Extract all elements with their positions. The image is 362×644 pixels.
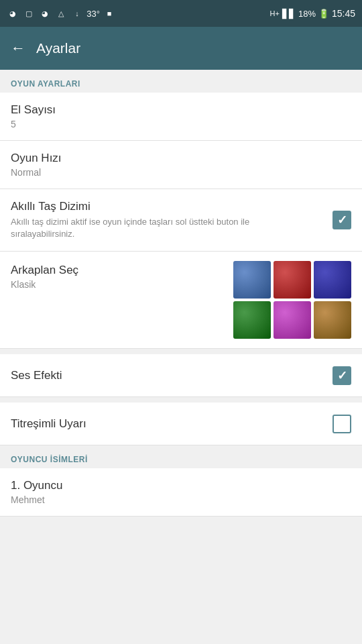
divider-2 (0, 397, 362, 402)
background-select-label: Arkaplan Seç (11, 264, 233, 277)
battery-icon: 🔋 (318, 9, 329, 19)
network-icon: H+ (270, 9, 280, 17)
game-settings-header: OYUN AYARLARI (0, 70, 362, 93)
color-swatch-darkblue[interactable] (314, 261, 351, 299)
vibration-alert-row[interactable]: Titreşimli Uyarı (0, 402, 362, 445)
player1-label: 1. Oyuncu (11, 479, 351, 492)
game-speed-label: Oyun Hızı (11, 152, 351, 165)
smart-stone-checkbox[interactable] (333, 211, 351, 229)
color-swatch-brown[interactable] (314, 301, 351, 339)
sound-effects-row[interactable]: Ses Efekti (0, 354, 362, 397)
game-speed-left: Oyun Hızı Normal (11, 152, 351, 178)
hand-count-row[interactable]: El Sayısı 5 (0, 93, 362, 141)
signal-icon: ◕ (39, 7, 51, 19)
color-swatch-red[interactable] (274, 261, 311, 299)
status-bar-icons: ◕ ▢ ◕ △ ↓ 33° ■ (7, 7, 115, 19)
battery-percent: 18% (298, 9, 316, 19)
app-bar: ← Ayarlar (0, 27, 362, 70)
clock: 15:45 (332, 8, 355, 19)
hand-count-value: 5 (11, 119, 351, 129)
status-bar: ◕ ▢ ◕ △ ↓ 33° ■ H+ ▋▋ 18% 🔋 15:45 (0, 0, 362, 27)
smart-stone-row[interactable]: Akıllı Taş Dizimi Akıllı taş dizimi akti… (0, 189, 362, 252)
back-button[interactable]: ← (11, 40, 25, 57)
smart-stone-description: Akıllı taş dizimi aktif ise oyun içinde … (11, 216, 272, 240)
game-speed-value: Normal (11, 167, 351, 178)
divider-1 (0, 349, 362, 354)
app-bar-title: Ayarlar (36, 40, 80, 56)
download-icon: ↓ (71, 7, 83, 19)
game-speed-row[interactable]: Oyun Hızı Normal (0, 141, 362, 189)
smart-stone-label: Akıllı Taş Dizimi (11, 200, 333, 213)
smart-stone-left: Akıllı Taş Dizimi Akıllı taş dizimi akti… (11, 200, 333, 240)
hand-count-label: El Sayısı (11, 103, 351, 117)
player1-row[interactable]: 1. Oyuncu Mehmet (0, 468, 362, 517)
sound-effects-checkbox[interactable] (333, 366, 351, 385)
color-swatch-green[interactable] (233, 301, 271, 339)
background-select-left: Arkaplan Seç Klasik (11, 261, 233, 290)
background-select-value: Klasik (11, 279, 233, 290)
color-grid (233, 261, 351, 339)
calendar-icon: ■ (103, 7, 115, 19)
settings-content: OYUN AYARLARI El Sayısı 5 Oyun Hızı Norm… (0, 70, 362, 644)
color-swatch-blue[interactable] (233, 261, 271, 299)
warning-icon: △ (55, 7, 67, 19)
vibration-alert-checkbox[interactable] (333, 415, 351, 433)
vibration-alert-left: Titreşimli Uyarı (11, 417, 333, 431)
hand-count-left: El Sayısı 5 (11, 103, 351, 129)
sound-effects-left: Ses Efekti (11, 369, 333, 382)
sound-effects-label: Ses Efekti (11, 369, 333, 382)
vibration-alert-label: Titreşimli Uyarı (11, 417, 333, 431)
color-swatch-purple[interactable] (274, 301, 311, 339)
wifi-icon: ◕ (7, 7, 19, 19)
player1-left: 1. Oyuncu Mehmet (11, 479, 351, 505)
player-names-header: OYUNCU İSİMLERİ (0, 445, 362, 468)
signal-bars-icon: ▋▋ (282, 9, 296, 19)
player1-value: Mehmet (11, 494, 351, 505)
image-icon: ▢ (23, 7, 35, 19)
temp-label: 33° (87, 7, 99, 19)
status-bar-right: H+ ▋▋ 18% 🔋 15:45 (270, 8, 355, 19)
background-select-row[interactable]: Arkaplan Seç Klasik (0, 252, 362, 349)
